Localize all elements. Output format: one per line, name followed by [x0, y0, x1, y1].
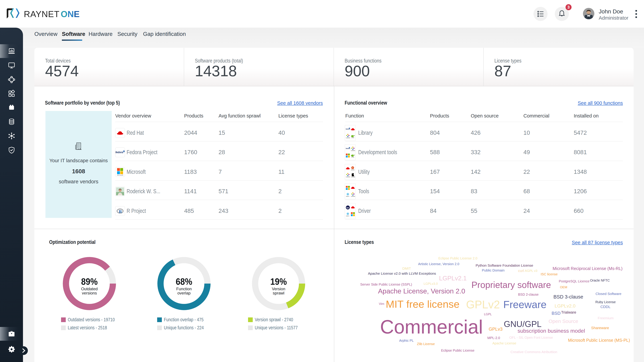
svg-text:R: R — [119, 209, 122, 214]
